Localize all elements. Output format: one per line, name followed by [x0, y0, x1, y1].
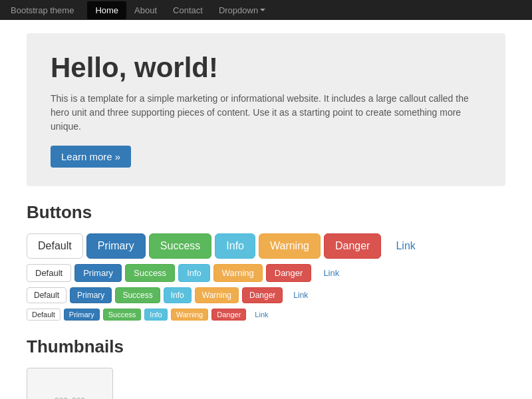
nav-item-contact[interactable]: Contact — [165, 1, 211, 19]
btn-warning-md[interactable]: Warning — [213, 264, 263, 282]
btn-default-xs[interactable]: Default — [27, 309, 61, 321]
btn-info-xs[interactable]: Info — [144, 309, 167, 321]
btn-primary-md[interactable]: Primary — [74, 264, 122, 282]
navbar-brand[interactable]: Bootstrap theme — [11, 5, 74, 15]
btn-info-sm[interactable]: Info — [164, 287, 192, 303]
btn-warning-lg[interactable]: Warning — [259, 233, 321, 259]
navbar-nav: Home About Contact Dropdown — [87, 1, 273, 19]
hero-title: Hello, world! — [51, 52, 481, 84]
btn-danger-md[interactable]: Danger — [266, 264, 312, 282]
btn-info-md[interactable]: Info — [178, 264, 210, 282]
button-row-xs: Default Primary Success Info Warning Dan… — [27, 309, 505, 321]
btn-danger-xs[interactable]: Danger — [211, 309, 246, 321]
button-row-sm: Default Primary Success Info Warning Dan… — [27, 287, 505, 303]
thumbnails-section-title: Thumbnails — [27, 336, 505, 357]
button-row-md: Default Primary Success Info Warning Dan… — [27, 264, 505, 282]
btn-success-lg[interactable]: Success — [149, 233, 211, 259]
btn-success-md[interactable]: Success — [125, 264, 175, 282]
main-container: Hello, world! This is a template for a s… — [13, 20, 519, 399]
btn-default-lg[interactable]: Default — [27, 233, 83, 259]
btn-default-md[interactable]: Default — [27, 264, 71, 282]
learn-more-button[interactable]: Learn more » — [51, 146, 131, 168]
thumbnails-section: Thumbnails 200x200 — [27, 336, 505, 399]
nav-link-contact[interactable]: Contact — [165, 1, 211, 19]
btn-primary-xs[interactable]: Primary — [64, 309, 100, 321]
nav-item-about[interactable]: About — [126, 1, 165, 19]
jumbotron: Hello, world! This is a template for a s… — [27, 33, 505, 186]
btn-link-sm[interactable]: Link — [286, 287, 315, 303]
button-row-lg: Default Primary Success Info Warning Dan… — [27, 233, 505, 259]
hero-description: This is a template for a simple marketin… — [51, 92, 481, 134]
nav-link-dropdown[interactable]: Dropdown — [211, 1, 273, 19]
thumbnail-item[interactable]: 200x200 — [27, 368, 113, 399]
thumbnail-label: 200x200 — [55, 396, 85, 399]
buttons-section-title: Buttons — [27, 202, 505, 223]
navbar: Bootstrap theme Home About Contact Dropd… — [0, 0, 532, 20]
btn-link-md[interactable]: Link — [315, 264, 348, 282]
btn-default-sm[interactable]: Default — [27, 287, 66, 303]
nav-item-home[interactable]: Home — [87, 1, 126, 19]
btn-warning-sm[interactable]: Warning — [195, 287, 239, 303]
btn-info-lg[interactable]: Info — [215, 233, 255, 259]
btn-primary-lg[interactable]: Primary — [86, 233, 146, 259]
nav-item-dropdown[interactable]: Dropdown — [211, 1, 273, 19]
nav-link-home[interactable]: Home — [87, 1, 126, 19]
btn-danger-sm[interactable]: Danger — [242, 287, 283, 303]
btn-success-sm[interactable]: Success — [115, 287, 160, 303]
dropdown-caret-icon — [260, 9, 265, 11]
btn-primary-sm[interactable]: Primary — [70, 287, 112, 303]
buttons-section: Buttons Default Primary Success Info War… — [27, 202, 505, 321]
btn-success-xs[interactable]: Success — [103, 309, 142, 321]
btn-link-xs[interactable]: Link — [249, 309, 273, 321]
btn-link-lg[interactable]: Link — [384, 233, 426, 259]
nav-link-about[interactable]: About — [126, 1, 165, 19]
btn-danger-lg[interactable]: Danger — [324, 233, 381, 259]
btn-warning-xs[interactable]: Warning — [171, 309, 209, 321]
